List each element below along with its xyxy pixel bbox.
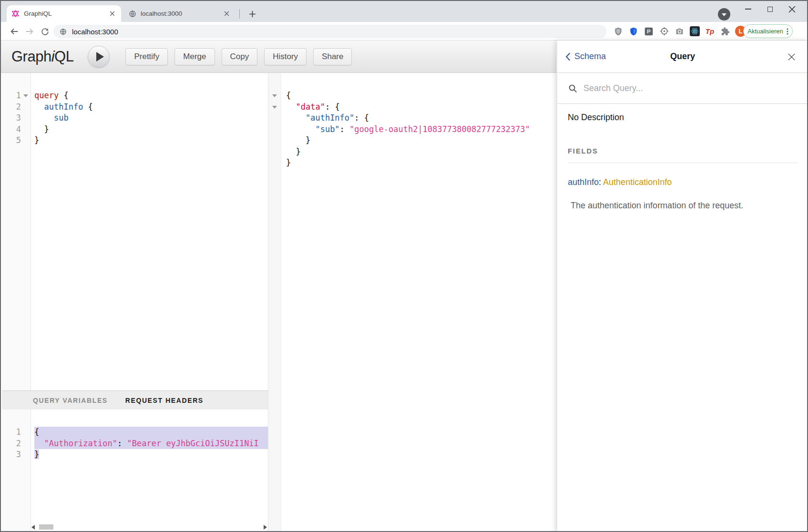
- search-icon: [568, 84, 577, 93]
- field-type-link[interactable]: AuthenticationInfo: [603, 177, 672, 187]
- query-editor-code[interactable]: query { authInfo { sub }}: [31, 73, 268, 390]
- share-button[interactable]: Share: [313, 48, 352, 65]
- forward-button[interactable]: [24, 26, 35, 37]
- tab-close-icon[interactable]: [222, 10, 231, 18]
- graphiql-toolbar: GraphiQL Prettify Merge Copy History Sha…: [1, 41, 556, 73]
- history-button[interactable]: History: [264, 48, 307, 65]
- reload-button[interactable]: [39, 26, 51, 37]
- doc-search-input[interactable]: [583, 83, 755, 93]
- tab-query-variables[interactable]: QUERY VARIABLES: [33, 397, 108, 404]
- tp-extension-icon[interactable]: Tp: [705, 26, 715, 37]
- scroll-left-icon[interactable]: [31, 525, 35, 530]
- graphql-favicon-icon: [11, 10, 20, 18]
- graphiql-logo: GraphiQL: [11, 48, 73, 65]
- url-bar[interactable]: [53, 25, 606, 38]
- url-input[interactable]: [72, 28, 263, 36]
- react-devtools-icon[interactable]: [689, 26, 700, 37]
- tab-strip: GraphiQL localhost:3000: [1, 1, 807, 22]
- tab-search-button[interactable]: [718, 8, 730, 20]
- field-colon: :: [599, 177, 601, 187]
- chevron-down-icon: [722, 13, 726, 16]
- field-name-link[interactable]: authInfo: [568, 177, 599, 187]
- tab-request-headers[interactable]: REQUEST HEADERS: [125, 397, 204, 404]
- globe-icon: [60, 28, 67, 35]
- doc-back-link[interactable]: Schema: [565, 51, 606, 61]
- bitwarden-shield-icon[interactable]: [628, 26, 639, 37]
- doc-title: Query: [670, 51, 695, 61]
- maximize-button[interactable]: [767, 6, 774, 13]
- scrollbar-track[interactable]: [36, 524, 262, 530]
- prettify-button[interactable]: Prettify: [125, 48, 168, 65]
- p-extension-icon[interactable]: P: [644, 26, 654, 37]
- field-description: The authentication information of the re…: [568, 201, 798, 211]
- doc-explorer: Schema Query No Description FIELDS authI…: [557, 41, 808, 532]
- horizontal-scrollbar[interactable]: [31, 523, 267, 531]
- browser-window: GraphiQL localhost:3000: [0, 0, 808, 532]
- variables-tab-bar: QUERY VARIABLES REQUEST HEADERS: [2, 390, 268, 409]
- tab-close-icon[interactable]: [108, 10, 116, 18]
- play-icon: [96, 52, 104, 61]
- query-editor-gutter[interactable]: 12345: [2, 73, 31, 390]
- ublock-shield-icon[interactable]: [613, 26, 624, 37]
- scrollbar-thumb[interactable]: [39, 524, 53, 530]
- globe-icon: [129, 10, 136, 18]
- new-tab-button[interactable]: [246, 8, 258, 20]
- doc-back-label: Schema: [574, 51, 606, 61]
- result-viewer-code: { "data": { "authInfo": { "sub": "google…: [282, 73, 557, 532]
- request-headers-editor[interactable]: 123 { "Authorization": "Bearer eyJhbGciO…: [2, 409, 268, 532]
- result-viewer[interactable]: { "data": { "authInfo": { "sub": "google…: [268, 73, 557, 532]
- headers-editor-gutter[interactable]: 123: [2, 409, 31, 532]
- headers-editor-code[interactable]: { "Authorization": "Bearer eyJhbGciOiJSU…: [31, 409, 268, 532]
- camera-icon[interactable]: [674, 26, 685, 37]
- result-fold-gutter[interactable]: [268, 73, 281, 532]
- copy-button[interactable]: Copy: [222, 48, 258, 65]
- minimize-button[interactable]: [745, 6, 752, 13]
- doc-explorer-header: Schema Query: [557, 41, 808, 73]
- svg-text:P: P: [647, 28, 651, 34]
- merge-button[interactable]: Merge: [174, 48, 215, 65]
- address-bar: P Tp L Aktualisieren: [1, 22, 807, 41]
- chevron-left-icon: [565, 52, 571, 61]
- update-button[interactable]: Aktualisieren: [743, 24, 793, 38]
- puzzle-extensions-icon[interactable]: [720, 26, 730, 37]
- doc-explorer-body: No Description FIELDS authInfo: Authenti…: [557, 104, 808, 211]
- execute-query-button[interactable]: [88, 46, 110, 68]
- target-crosshair-icon[interactable]: [659, 26, 669, 37]
- tab-title: localhost:3000: [141, 10, 218, 17]
- back-button[interactable]: [9, 26, 20, 37]
- fields-heading: FIELDS: [568, 147, 798, 163]
- close-window-button[interactable]: [788, 6, 796, 13]
- query-editor[interactable]: 12345 query { authInfo { sub }}: [2, 73, 268, 390]
- scroll-right-icon[interactable]: [264, 525, 267, 530]
- update-button-label: Aktualisieren: [747, 28, 783, 35]
- kebab-menu-icon[interactable]: [787, 28, 788, 35]
- tab-title: GraphiQL: [24, 10, 103, 17]
- toolbar-buttons: Prettify Merge Copy History Share: [125, 48, 352, 65]
- tab-separator: [239, 9, 240, 19]
- tab-localhost[interactable]: localhost:3000: [124, 5, 235, 22]
- tab-graphiql[interactable]: GraphiQL: [7, 5, 121, 22]
- extensions-row: P Tp L: [613, 22, 746, 41]
- field-entry: authInfo: AuthenticationInfo: [568, 177, 798, 187]
- type-description: No Description: [568, 113, 798, 123]
- window-controls: [745, 4, 796, 14]
- doc-search-row: [557, 73, 808, 104]
- doc-close-button[interactable]: [787, 52, 796, 61]
